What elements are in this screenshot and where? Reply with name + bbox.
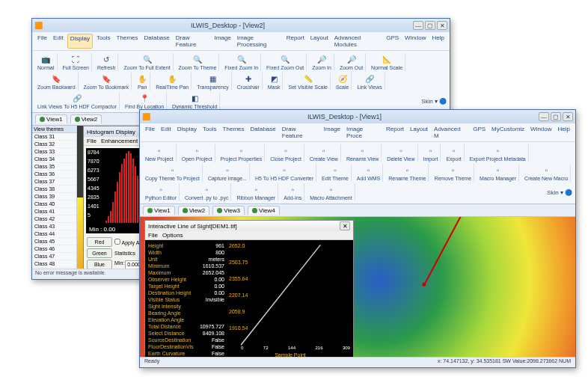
hist-menu-enhancement[interactable]: Enhancement — [101, 138, 138, 144]
tab-view2[interactable]: View2 — [70, 114, 102, 123]
menu-image[interactable]: Image — [212, 34, 233, 49]
ribbon-import[interactable]: ▫Import — [421, 144, 441, 162]
ribbon-scale[interactable]: 🧭Scale — [334, 73, 352, 91]
class-item[interactable]: Class 39 — [32, 193, 76, 200]
titlebar[interactable]: 🟧 ILWIS_Desktop - [View1] — ▢ ✕ — [140, 110, 575, 123]
class-item[interactable]: Class 43 — [32, 223, 76, 230]
los-window[interactable]: Interactive Line of Sight[DEM1.tif] ✕ Fi… — [144, 220, 354, 355]
menu-window[interactable]: Window — [402, 34, 428, 49]
hist-menu-file[interactable]: File — [87, 138, 97, 144]
menu-help[interactable]: Help — [556, 125, 572, 140]
class-item[interactable]: Class 36 — [32, 171, 76, 178]
ribbon[interactable]: 📺Normal⛶Full Screen↺Refresh🔍Zoom To Full… — [32, 51, 450, 113]
ribbon-link-views[interactable]: 🔗Link Views — [355, 73, 385, 91]
menu-gps[interactable]: GPS — [471, 125, 488, 140]
ribbon-export-project-metadata[interactable]: ▫Export Project Metadata — [468, 144, 529, 162]
ribbon-transparency[interactable]: ▦Transparency — [195, 73, 232, 91]
dem-canvas[interactable]: Interactive Line of Sight[DEM1.tif] ✕ Fi… — [140, 217, 575, 357]
class-item[interactable]: Class 44 — [32, 230, 76, 238]
ribbon-remove-theme[interactable]: ▫Remove Theme — [432, 164, 474, 182]
tab-view1[interactable]: View1 — [143, 206, 175, 215]
minimize-button[interactable]: — — [539, 112, 549, 121]
ribbon-normal[interactable]: 📺Normal — [35, 53, 58, 71]
menu-mycustomiz[interactable]: MyCustomiz — [489, 125, 527, 140]
close-button[interactable]: ✕ — [563, 112, 573, 121]
ribbon-find-by-location[interactable]: 📍Find By Location — [123, 92, 167, 110]
ribbon-pan[interactable]: ✋Pan — [135, 73, 150, 91]
class-item[interactable]: Class 32 — [32, 141, 76, 148]
ribbon-mask[interactable]: ◩Mask — [266, 73, 284, 91]
ribbon-crosshair[interactable]: ✚Crosshair — [235, 73, 263, 91]
menubar[interactable]: FileEditDisplayToolsThemesDatabaseDraw F… — [32, 32, 450, 51]
ribbon-link-views-to-h5-hdf-compactor[interactable]: 🔗Link Views To H5 HDF Compactor — [35, 92, 120, 110]
ribbon-set-visible-scale[interactable]: 📏Set Visible Scale — [286, 73, 330, 91]
ribbon-normal-scale[interactable]: 📐Normal Scale — [369, 53, 405, 71]
class-item[interactable]: Class 48 — [32, 260, 76, 268]
menu-file[interactable]: File — [143, 125, 157, 140]
ribbon-h5-to-h5-hdf-converter[interactable]: ▫H5 To H5 HDF Converter — [253, 164, 316, 182]
ribbon-python-editor[interactable]: ▫Python Editor — [143, 183, 180, 201]
ribbon-rename-theme[interactable]: ▫Rename Theme — [386, 164, 429, 182]
ribbon-zoom-to-bookmark[interactable]: 🔖Zoom To Bookmark — [82, 73, 132, 91]
ribbon-export[interactable]: ▫Export — [444, 144, 464, 162]
menu-file[interactable]: File — [35, 34, 49, 49]
menu-display[interactable]: Display — [175, 125, 199, 140]
menu-layout[interactable]: Layout — [308, 34, 331, 49]
menu-window[interactable]: Window — [528, 125, 554, 140]
ribbon-macro-manager[interactable]: ▫Macro Manager — [477, 164, 519, 182]
menu-report[interactable]: Report — [384, 125, 406, 140]
ribbon-convert--py-to--pyc[interactable]: ▫Convert .py to .pyc — [183, 183, 231, 201]
class-item[interactable]: Class 38 — [32, 186, 76, 193]
ribbon-zoom-out[interactable]: 🔎Zoom Out — [337, 53, 366, 71]
class-item[interactable]: Class 35 — [32, 163, 76, 171]
blue-button[interactable]: Blue — [87, 260, 112, 269]
menu-database[interactable]: Database — [142, 34, 172, 49]
ribbon-project-properties[interactable]: ▫Project Properties — [218, 144, 266, 162]
ribbon-zoom-to-theme[interactable]: 🔍Zoom To Theme — [177, 53, 220, 71]
ribbon-open-project[interactable]: ▫Open Project — [180, 144, 215, 162]
green-button[interactable]: Green — [87, 248, 112, 258]
ribbon-close-project[interactable]: ▫Close Project — [268, 144, 304, 162]
los-titlebar[interactable]: Interactive Line of Sight[DEM1.tif] ✕ — [145, 221, 353, 231]
menu-report[interactable]: Report — [284, 34, 307, 49]
class-item[interactable]: Class 46 — [32, 245, 76, 253]
menu-display[interactable]: Display — [67, 34, 93, 49]
ribbon-create-view[interactable]: ▫Create View — [307, 144, 341, 162]
menu-draw-feature[interactable]: Draw Feature — [280, 125, 320, 140]
ribbon-macro-attachment[interactable]: ▫Macro Attachment — [307, 183, 355, 201]
tab-view2[interactable]: View2 — [178, 206, 210, 215]
menu-draw-feature[interactable]: Draw Feature — [174, 34, 211, 49]
menu-image-processing[interactable]: Image Processing — [235, 34, 283, 49]
titlebar[interactable]: 🟧 ILWIS_Desktop - [View2] — ▢ ✕ — [32, 19, 450, 32]
menu-edit[interactable]: Edit — [51, 34, 66, 49]
los-menubar[interactable]: FileOptions — [145, 231, 353, 240]
menu-advanced-m[interactable]: Advanced M — [432, 125, 469, 140]
menu-themes[interactable]: Themes — [221, 125, 247, 140]
ribbon-delete-view[interactable]: ▫Delete View — [385, 144, 417, 162]
menu-themes[interactable]: Themes — [114, 34, 141, 49]
ribbon-zoom-backward[interactable]: 🔖Zoom Backward — [35, 73, 79, 91]
red-button[interactable]: Red — [87, 237, 112, 247]
ribbon-fixed-zoom-in[interactable]: 🔍Fixed Zoom In — [222, 53, 261, 71]
ribbon-zoom-to-full-extent[interactable]: 🔍Zoom To Full Extent — [121, 53, 173, 71]
ribbon-fixed-zoom-out[interactable]: 🔍Fixed Zoom Out — [264, 53, 307, 71]
tab-view3[interactable]: View3 — [212, 206, 245, 215]
class-item[interactable]: Class 31 — [32, 133, 76, 141]
menu-image[interactable]: Image — [322, 125, 343, 140]
tab-view1[interactable]: View1 — [35, 114, 67, 123]
close-icon[interactable]: ✕ — [340, 221, 350, 230]
menu-tools[interactable]: Tools — [200, 125, 219, 140]
menu-layout[interactable]: Layout — [408, 125, 430, 140]
ribbon-add-wms[interactable]: ▫Add WMS — [355, 164, 384, 182]
line-of-sight-marker[interactable] — [423, 217, 474, 285]
maximize-button[interactable]: ▢ — [551, 112, 561, 121]
menu-tools[interactable]: Tools — [94, 34, 113, 49]
ribbon-edit-theme[interactable]: ▫Edit Theme — [319, 164, 352, 182]
ribbon-refresh[interactable]: ↺Refresh — [95, 53, 119, 71]
class-item[interactable]: Class 42 — [32, 215, 76, 223]
menu-image-proce[interactable]: Image Proce — [344, 125, 382, 140]
ribbon-zoom-in[interactable]: 🔎Zoom In — [310, 53, 334, 71]
menu-edit[interactable]: Edit — [159, 125, 174, 140]
los-menu-options[interactable]: Options — [162, 232, 183, 239]
ribbon-full-screen[interactable]: ⛶Full Screen — [61, 53, 92, 71]
